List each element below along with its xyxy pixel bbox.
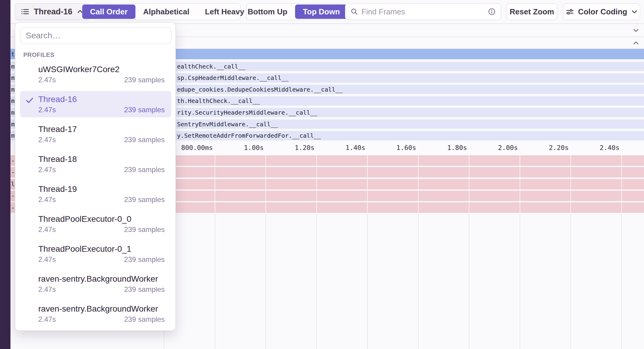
profile-option-duration: 2.47s [38, 285, 56, 294]
frame-label-fragment: m [11, 63, 15, 70]
profile-option-stats: 2.47s239 samples [38, 255, 165, 264]
list-icon [21, 7, 30, 16]
gridline [520, 155, 520, 214]
frame-label-fragment: edupe_cookies.DedupeCookiesMiddleware.__… [177, 86, 343, 93]
profile-option-duration: 2.47s [38, 75, 56, 84]
axis-tick-label: 2.40s [561, 142, 619, 154]
frame-label-fragment: m [11, 74, 15, 81]
profile-option-name: uWSGIWorker7Core2 [38, 64, 165, 75]
frame-label-fragment: SentryEnvMiddleware.__call__ [177, 121, 278, 128]
direction-mode-bottom-up[interactable]: Bottom Up [240, 4, 295, 19]
checkmark-icon [25, 96, 34, 105]
profile-option-stats: 2.47s239 samples [38, 195, 165, 204]
profile-option-samples: 239 samples [124, 315, 165, 324]
frame-label-fragment: - [11, 169, 15, 176]
gridline [367, 155, 368, 214]
profile-option-duration: 2.47s [38, 195, 56, 204]
sliders-icon [565, 7, 574, 16]
reset-zoom-button[interactable]: Reset Zoom [506, 3, 557, 20]
gridline [621, 155, 622, 214]
thread-selector-label: Thread-16 [34, 7, 72, 16]
profile-option[interactable]: Thread-192.47s239 samples [20, 181, 171, 207]
chevron-down-icon[interactable] [632, 26, 640, 34]
profile-option-stats: 2.47s239 samples [38, 75, 165, 84]
sidebar-strip [0, 0, 10, 349]
find-frames-search[interactable] [345, 3, 501, 20]
frame-label-fragment: ealthCheck.__call__ [177, 63, 245, 70]
profile-option-samples: 239 samples [124, 165, 165, 174]
profile-option[interactable]: raven-sentry.BackgroundWorker2.47s239 sa… [20, 271, 171, 297]
profile-option-name: Thread-19 [38, 184, 165, 195]
thread-selector-button[interactable]: Thread-16 [15, 3, 90, 20]
profile-option[interactable]: Thread-172.47s239 samples [20, 121, 171, 147]
profile-option-stats: 2.47s239 samples [38, 135, 165, 144]
profile-option-stats: 2.47s239 samples [38, 105, 165, 114]
gridline [570, 214, 571, 349]
profile-option[interactable]: Thread-182.47s239 samples [20, 151, 171, 177]
profile-option-duration: 2.47s [38, 225, 56, 234]
color-coding-label: Color Coding [578, 7, 627, 16]
profile-option-name: raven-sentry.BackgroundWorker [38, 304, 165, 314]
info-icon[interactable] [488, 7, 496, 16]
profile-option[interactable]: Thread-162.47s239 samples [20, 91, 171, 117]
frame-label-fragment: - [11, 204, 15, 211]
profile-option-stats: 2.47s239 samples [38, 315, 165, 324]
gridline [367, 214, 368, 349]
frame-label-fragment: m [11, 97, 15, 104]
profile-option-samples: 239 samples [124, 255, 165, 264]
sort-mode-alphabetical[interactable]: Alphabetical [135, 4, 197, 19]
frame-label-fragment: m [11, 132, 15, 139]
profile-option-name: ThreadPoolExecutor-0_0 [38, 214, 165, 224]
axis-tick-label: 1.60s [358, 142, 416, 154]
frame-label-fragment: m [11, 86, 15, 93]
profile-option[interactable]: ThreadPoolExecutor-0_02.47s239 samples [20, 211, 171, 237]
profiler-page: t mealthCheck.__call__msp.CspHeaderMiddl… [0, 0, 644, 349]
gridline [621, 214, 622, 349]
profile-option-duration: 2.47s [38, 165, 56, 174]
profile-option-stats: 2.47s239 samples [38, 225, 165, 234]
profile-option-samples: 239 samples [124, 75, 165, 84]
color-coding-button[interactable]: Color Coding [563, 3, 640, 20]
gridline [418, 155, 419, 214]
profile-option-duration: 2.47s [38, 135, 56, 144]
gridline [570, 155, 571, 214]
profile-option-duration: 2.47s [38, 255, 56, 264]
profile-option-samples: 239 samples [124, 195, 165, 204]
chevron-up-icon[interactable] [632, 39, 640, 47]
frame-label-fragment: th.HealthCheck.__call__ [177, 97, 260, 104]
axis-tick-label: 1.80s [409, 142, 467, 154]
profile-option[interactable]: raven-sentry.BackgroundWorker2.47s239 sa… [20, 301, 171, 327]
profile-option-name: Thread-17 [38, 124, 165, 135]
gridline [215, 155, 215, 214]
gridline [316, 155, 317, 214]
sort-mode-call-order[interactable]: Call Order [82, 4, 135, 19]
frame-label-fragment: sp.CspHeaderMiddleware.__call__ [177, 74, 289, 81]
gridline [265, 214, 266, 349]
profile-option[interactable]: uWSGIWorker7Core22.47s239 samples [20, 61, 171, 87]
direction-mode-top-down[interactable]: Top Down [295, 4, 348, 19]
thread-dropdown-panel: PROFILES uWSGIWorker7Core22.47s239 sampl… [15, 22, 176, 331]
gridline [265, 155, 266, 214]
profile-option[interactable]: ThreadPoolExecutor-0_12.47s239 samples [20, 241, 171, 267]
profile-option-name: Thread-16 [38, 94, 165, 105]
profile-option-name: Thread-18 [38, 154, 165, 165]
profile-option-stats: 2.47s239 samples [38, 165, 165, 174]
gridline [418, 214, 419, 349]
root-frame-label: t [11, 51, 15, 58]
profile-option-name: raven-sentry.BackgroundWorker [38, 274, 165, 284]
gridline [520, 214, 520, 349]
dropdown-search-input[interactable] [20, 27, 171, 44]
profile-option-stats: 2.47s239 samples [38, 285, 165, 294]
frame-label-fragment: m [11, 121, 15, 128]
gridline [469, 214, 469, 349]
profile-option-duration: 2.47s [38, 105, 56, 114]
frame-label-fragment: rity.SecurityHeadersMiddleware.__call__ [177, 109, 318, 116]
find-frames-input[interactable] [361, 7, 485, 16]
axis-tick-label: 2.20s [511, 142, 569, 154]
frame-label-fragment: l [11, 180, 15, 188]
chevron-down-icon [631, 8, 638, 15]
profile-option-samples: 239 samples [124, 135, 165, 144]
axis-tick-label: 1.40s [307, 142, 365, 154]
profile-option-name: ThreadPoolExecutor-0_1 [38, 244, 165, 254]
axis-tick-label: 2.00s [460, 142, 518, 154]
